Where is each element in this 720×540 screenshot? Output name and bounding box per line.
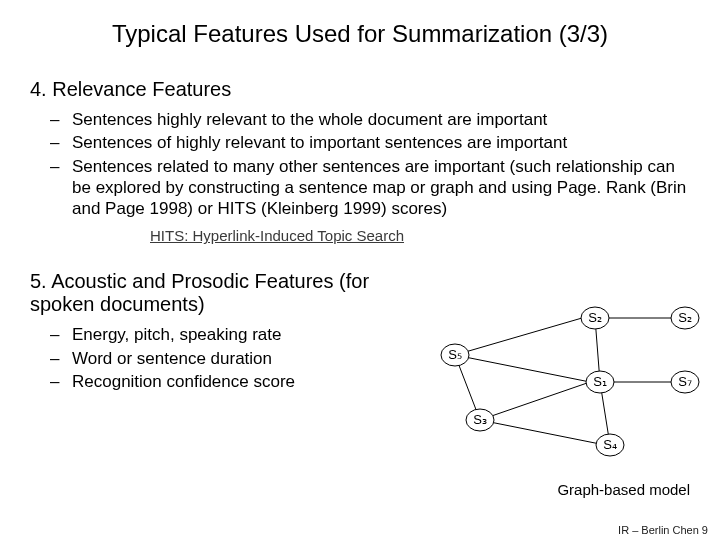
graph-node-label: S₃ [473,412,487,427]
slide-footer: IR – Berlin Chen 9 [618,524,708,536]
graph-node-label: S₇ [678,374,692,389]
section-4: 4. Relevance Features Sentences highly r… [30,78,690,262]
graph-node-label: S₂ [678,310,692,325]
section-4-bullets: Sentences highly relevant to the whole d… [50,109,690,219]
graph-node-label: S₄ [603,437,617,452]
graph-edge [455,355,590,382]
graph-edge [480,382,590,420]
graph-diagram: S₅ S₂ S₂ S₁ S₇ S₃ S₄ Graph-based model [410,300,700,510]
graph-node-label: S₂ [588,310,602,325]
page-title: Typical Features Used for Summarization … [30,20,690,48]
section-5-heading: 5. Acoustic and Prosodic Features (for s… [30,270,390,316]
graph-caption: Graph-based model [557,481,690,498]
graph-edge [455,318,582,355]
hits-note: HITS: Hyperlink-Induced Topic Search [150,227,404,244]
graph-node-label: S₅ [448,347,462,362]
graph-svg: S₅ S₂ S₂ S₁ S₇ S₃ S₄ [410,300,700,480]
graph-node-label: S₁ [593,374,607,389]
bullet-item: Sentences of highly relevant to importan… [50,132,690,153]
graph-edge [480,420,605,445]
bullet-item: Sentences highly relevant to the whole d… [50,109,690,130]
bullet-item: Sentences related to many other sentence… [50,156,690,220]
section-4-heading: 4. Relevance Features [30,78,690,101]
slide: Typical Features Used for Summarization … [0,0,720,540]
